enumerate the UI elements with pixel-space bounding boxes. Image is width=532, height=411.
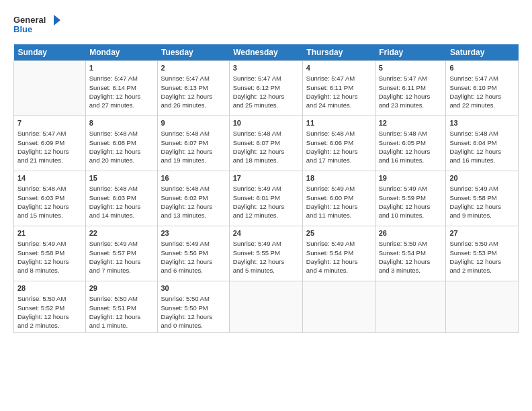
calendar-cell: 21Sunrise: 5:49 AMSunset: 5:58 PMDayligh…	[14, 226, 86, 281]
day-number: 18	[306, 173, 371, 183]
calendar-table: SundayMondayTuesdayWednesdayThursdayFrid…	[13, 44, 519, 333]
page: General Blue SundayMondayTuesdayWednesda…	[0, 0, 532, 411]
calendar-cell: 6Sunrise: 5:47 AMSunset: 6:10 PMDaylight…	[446, 61, 519, 116]
day-number: 22	[89, 228, 154, 238]
calendar-cell: 3Sunrise: 5:47 AMSunset: 6:12 PMDaylight…	[229, 61, 302, 116]
day-number: 7	[17, 118, 82, 128]
day-number: 20	[449, 173, 515, 183]
calendar-cell	[446, 281, 519, 333]
day-number: 10	[233, 118, 299, 128]
day-number: 5	[379, 63, 443, 73]
day-number: 27	[449, 228, 515, 238]
logo: General Blue	[13, 12, 60, 38]
day-number: 19	[379, 173, 443, 183]
day-number: 4	[306, 63, 371, 73]
calendar-cell: 29Sunrise: 5:50 AMSunset: 5:51 PMDayligh…	[85, 281, 157, 333]
calendar-cell: 24Sunrise: 5:49 AMSunset: 5:55 PMDayligh…	[229, 226, 302, 281]
day-number: 23	[161, 228, 226, 238]
weekday-header-friday: Friday	[375, 44, 446, 61]
calendar-cell: 16Sunrise: 5:48 AMSunset: 6:02 PMDayligh…	[157, 171, 229, 226]
day-number: 11	[306, 118, 371, 128]
week-row-1: 1Sunrise: 5:47 AMSunset: 6:14 PMDaylight…	[14, 61, 519, 116]
day-number: 13	[449, 118, 515, 128]
weekday-header-saturday: Saturday	[446, 44, 519, 61]
weekday-header-tuesday: Tuesday	[157, 44, 229, 61]
calendar-cell	[14, 61, 86, 116]
day-number: 1	[89, 63, 154, 73]
day-number: 8	[89, 118, 154, 128]
header: General Blue	[13, 12, 519, 38]
calendar-cell: 13Sunrise: 5:48 AMSunset: 6:04 PMDayligh…	[446, 116, 519, 171]
calendar-cell: 4Sunrise: 5:47 AMSunset: 6:11 PMDaylight…	[302, 61, 375, 116]
svg-text:Blue: Blue	[13, 24, 32, 34]
calendar-cell: 18Sunrise: 5:49 AMSunset: 6:00 PMDayligh…	[302, 171, 375, 226]
day-number: 25	[306, 228, 371, 238]
week-row-5: 28Sunrise: 5:50 AMSunset: 5:52 PMDayligh…	[14, 281, 519, 333]
day-number: 30	[161, 283, 226, 293]
day-number: 21	[17, 228, 82, 238]
week-row-4: 21Sunrise: 5:49 AMSunset: 5:58 PMDayligh…	[14, 226, 519, 281]
day-number: 29	[89, 283, 154, 293]
week-row-3: 14Sunrise: 5:48 AMSunset: 6:03 PMDayligh…	[14, 171, 519, 226]
day-number: 28	[17, 283, 82, 293]
day-number: 3	[233, 63, 299, 73]
day-number: 17	[233, 173, 299, 183]
day-number: 2	[161, 63, 226, 73]
weekday-header-monday: Monday	[85, 44, 157, 61]
day-number: 14	[17, 173, 82, 183]
calendar-cell: 23Sunrise: 5:49 AMSunset: 5:56 PMDayligh…	[157, 226, 229, 281]
weekday-header-sunday: Sunday	[14, 44, 86, 61]
weekday-header-wednesday: Wednesday	[229, 44, 302, 61]
day-number: 9	[161, 118, 226, 128]
calendar-cell: 27Sunrise: 5:50 AMSunset: 5:53 PMDayligh…	[446, 226, 519, 281]
calendar-cell: 15Sunrise: 5:48 AMSunset: 6:03 PMDayligh…	[85, 171, 157, 226]
calendar-cell: 25Sunrise: 5:49 AMSunset: 5:54 PMDayligh…	[302, 226, 375, 281]
weekday-header-row: SundayMondayTuesdayWednesdayThursdayFrid…	[14, 44, 519, 61]
calendar-cell: 8Sunrise: 5:48 AMSunset: 6:08 PMDaylight…	[85, 116, 157, 171]
calendar-cell: 30Sunrise: 5:50 AMSunset: 5:50 PMDayligh…	[157, 281, 229, 333]
calendar-cell	[302, 281, 375, 333]
weekday-header-thursday: Thursday	[302, 44, 375, 61]
calendar-cell	[375, 281, 446, 333]
svg-text:General: General	[13, 15, 46, 25]
calendar-cell: 10Sunrise: 5:48 AMSunset: 6:07 PMDayligh…	[229, 116, 302, 171]
week-row-2: 7Sunrise: 5:47 AMSunset: 6:09 PMDaylight…	[14, 116, 519, 171]
calendar-cell: 5Sunrise: 5:47 AMSunset: 6:11 PMDaylight…	[375, 61, 446, 116]
calendar-cell: 12Sunrise: 5:48 AMSunset: 6:05 PMDayligh…	[375, 116, 446, 171]
day-number: 16	[161, 173, 226, 183]
calendar-cell: 17Sunrise: 5:49 AMSunset: 6:01 PMDayligh…	[229, 171, 302, 226]
calendar-cell: 2Sunrise: 5:47 AMSunset: 6:13 PMDaylight…	[157, 61, 229, 116]
calendar-cell: 11Sunrise: 5:48 AMSunset: 6:06 PMDayligh…	[302, 116, 375, 171]
calendar-cell: 1Sunrise: 5:47 AMSunset: 6:14 PMDaylight…	[85, 61, 157, 116]
day-number: 15	[89, 173, 154, 183]
day-number: 6	[449, 63, 515, 73]
logo-svg: General Blue	[13, 12, 60, 38]
calendar-cell	[229, 281, 302, 333]
calendar-cell: 26Sunrise: 5:50 AMSunset: 5:54 PMDayligh…	[375, 226, 446, 281]
calendar-cell: 20Sunrise: 5:49 AMSunset: 5:58 PMDayligh…	[446, 171, 519, 226]
calendar-cell: 7Sunrise: 5:47 AMSunset: 6:09 PMDaylight…	[14, 116, 86, 171]
calendar-cell: 19Sunrise: 5:49 AMSunset: 5:59 PMDayligh…	[375, 171, 446, 226]
svg-marker-2	[54, 15, 60, 26]
calendar-cell: 9Sunrise: 5:48 AMSunset: 6:07 PMDaylight…	[157, 116, 229, 171]
day-number: 26	[379, 228, 443, 238]
calendar-cell: 28Sunrise: 5:50 AMSunset: 5:52 PMDayligh…	[14, 281, 86, 333]
calendar-cell: 14Sunrise: 5:48 AMSunset: 6:03 PMDayligh…	[14, 171, 86, 226]
day-number: 24	[233, 228, 299, 238]
day-number: 12	[379, 118, 443, 128]
calendar-cell: 22Sunrise: 5:49 AMSunset: 5:57 PMDayligh…	[85, 226, 157, 281]
